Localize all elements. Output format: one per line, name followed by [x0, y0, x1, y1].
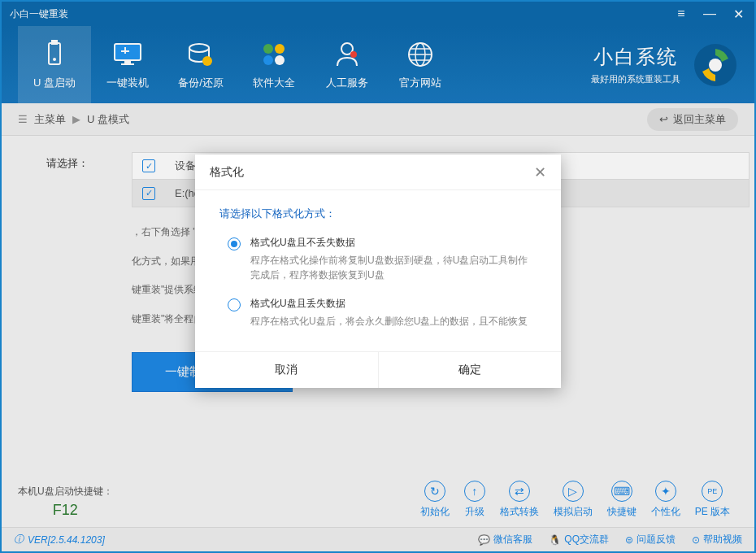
modal-overlay: 格式化 ✕ 请选择以下格式化方式： 格式化U盘且不丢失数据 程序在格式化操作前将… [0, 0, 756, 553]
radio-button[interactable] [228, 237, 241, 250]
format-modal: 格式化 ✕ 请选择以下格式化方式： 格式化U盘且不丢失数据 程序在格式化操作前将… [195, 155, 561, 388]
modal-title: 格式化 [210, 165, 244, 180]
confirm-button[interactable]: 确定 [379, 352, 562, 388]
option-desc: 程序在格式化操作前将复制U盘数据到硬盘，待U盘启动工具制作完成后，程序将数据恢复… [250, 253, 537, 282]
option-desc: 程序在格式化U盘后，将会永久删除您U盘上的数据，且不能恢复 [250, 314, 528, 329]
radio-button[interactable] [228, 298, 241, 311]
option-title: 格式化U盘且不丢失数据 [250, 236, 537, 250]
radio-option-lose-data[interactable]: 格式化U盘且丢失数据 程序在格式化U盘后，将会永久删除您U盘上的数据，且不能恢复 [219, 297, 537, 329]
modal-prompt: 请选择以下格式化方式： [219, 207, 537, 221]
radio-option-keep-data[interactable]: 格式化U盘且不丢失数据 程序在格式化操作前将复制U盘数据到硬盘，待U盘启动工具制… [219, 236, 537, 282]
modal-close-button[interactable]: ✕ [534, 163, 546, 181]
modal-header: 格式化 ✕ [195, 155, 561, 190]
option-title: 格式化U盘且丢失数据 [250, 297, 528, 311]
cancel-button[interactable]: 取消 [195, 352, 379, 388]
